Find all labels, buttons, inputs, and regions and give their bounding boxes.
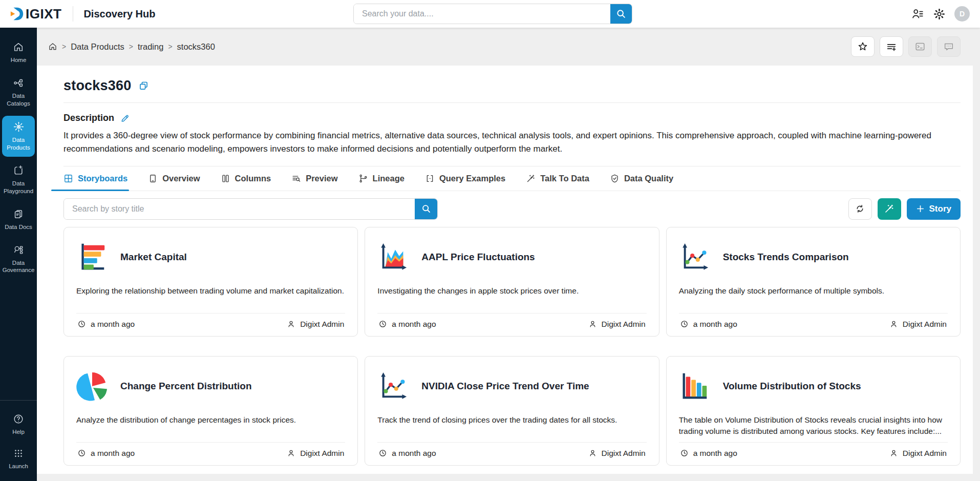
sidebar: Home Data Catalogs Data Products bbox=[0, 28, 37, 481]
story-title: Change Percent Distribution bbox=[120, 381, 252, 392]
data-quality-shield-icon bbox=[610, 174, 620, 183]
bar-chart-horizontal-icon bbox=[76, 241, 108, 273]
person-icon bbox=[889, 449, 898, 457]
tab-preview[interactable]: Preview bbox=[291, 174, 337, 191]
tab-columns[interactable]: Columns bbox=[221, 174, 271, 191]
storyboard-card[interactable]: Market Capital Exploring the relationshi… bbox=[63, 227, 358, 337]
data-governance-icon bbox=[13, 244, 24, 256]
story-search-button[interactable] bbox=[415, 199, 437, 219]
divider bbox=[63, 102, 961, 103]
sidebar-item-label: Data Governance bbox=[3, 259, 35, 275]
tab-query-examples[interactable]: Query Examples bbox=[425, 174, 505, 191]
person-icon bbox=[889, 320, 898, 328]
add-story-button[interactable]: Story bbox=[907, 198, 961, 220]
storyboard-grid: Market Capital Exploring the relationshi… bbox=[63, 227, 961, 466]
avatar-letter: D bbox=[960, 10, 965, 18]
story-description: Exploring the relationship between tradi… bbox=[76, 285, 345, 297]
tab-talk-to-data[interactable]: Talk To Data bbox=[526, 174, 589, 191]
clock-icon bbox=[77, 449, 86, 457]
breadcrumb-separator: > bbox=[62, 43, 66, 51]
tab-overview[interactable]: Overview bbox=[148, 174, 200, 191]
tab-label: Talk To Data bbox=[540, 174, 589, 183]
star-icon bbox=[857, 41, 868, 52]
divider bbox=[73, 6, 73, 22]
copy-icon[interactable] bbox=[138, 80, 149, 91]
ai-generate-button[interactable] bbox=[878, 198, 901, 220]
tab-label: Data Quality bbox=[624, 174, 673, 183]
line-chart-icon bbox=[377, 370, 409, 402]
refresh-icon bbox=[855, 203, 865, 214]
topbar-actions: D bbox=[911, 6, 980, 22]
storyboard-card[interactable]: AAPL Price Fluctuations Investigating th… bbox=[365, 227, 659, 337]
favorite-button[interactable] bbox=[851, 36, 875, 57]
storyboard-card[interactable]: Volume Distribution of Stocks The table … bbox=[666, 356, 961, 466]
story-description: Analyze the distribution of change perce… bbox=[76, 414, 345, 426]
breadcrumb-home-icon[interactable] bbox=[48, 42, 57, 51]
global-search bbox=[353, 4, 632, 24]
area-chart-icon bbox=[377, 241, 409, 273]
tab-label: Query Examples bbox=[439, 174, 505, 183]
story-author: Digixt Admin bbox=[287, 449, 344, 458]
story-updated: a month ago bbox=[680, 449, 737, 458]
page-title: stocks360 bbox=[63, 78, 131, 94]
refresh-button[interactable] bbox=[848, 198, 872, 220]
description-label: Description bbox=[63, 113, 114, 123]
terminal-icon bbox=[914, 41, 926, 52]
clock-icon bbox=[378, 449, 387, 457]
breadcrumb-data-products[interactable]: Data Products bbox=[71, 42, 124, 52]
storyboard-card[interactable]: NVIDIA Close Price Trend Over Time Track… bbox=[365, 356, 659, 466]
tab-label: Preview bbox=[306, 174, 337, 183]
bar-chart-vertical-icon bbox=[679, 370, 711, 402]
help-icon bbox=[13, 413, 24, 425]
edit-pencil-icon[interactable] bbox=[120, 113, 130, 123]
chat-icon bbox=[943, 41, 954, 52]
tab-storyboards[interactable]: Storyboards bbox=[63, 174, 127, 191]
global-search-input[interactable] bbox=[354, 4, 610, 24]
sidebar-item-launch[interactable]: Launch bbox=[2, 443, 35, 475]
settings-gear-icon[interactable] bbox=[933, 8, 946, 20]
sidebar-item-label: Data Docs bbox=[5, 223, 32, 231]
person-icon bbox=[287, 449, 295, 457]
list-plus-icon bbox=[886, 41, 897, 52]
data-playground-icon bbox=[13, 165, 24, 176]
sidebar-item-data-products[interactable]: Data Products bbox=[2, 116, 35, 157]
user-management-icon[interactable] bbox=[911, 7, 924, 20]
story-updated: a month ago bbox=[378, 449, 436, 458]
user-avatar[interactable]: D bbox=[954, 6, 970, 22]
story-title: Stocks Trends Comparison bbox=[723, 252, 849, 263]
search-icon bbox=[615, 8, 627, 19]
sidebar-item-data-docs[interactable]: Data Docs bbox=[2, 203, 35, 236]
pie-chart-icon bbox=[76, 370, 108, 402]
story-search bbox=[63, 198, 438, 220]
talk-to-data-wand-icon bbox=[526, 174, 536, 183]
query-examples-icon bbox=[425, 174, 435, 183]
person-icon bbox=[287, 320, 295, 328]
story-author: Digixt Admin bbox=[588, 320, 646, 329]
clock-icon bbox=[680, 449, 689, 457]
add-to-list-button[interactable] bbox=[880, 36, 903, 57]
tab-lineage[interactable]: Lineage bbox=[358, 174, 404, 191]
sidebar-item-help[interactable]: Help bbox=[2, 408, 35, 441]
sidebar-item-data-catalogs[interactable]: Data Catalogs bbox=[2, 72, 35, 113]
clock-icon bbox=[77, 320, 86, 328]
digixt-logo[interactable]: IGIXT bbox=[0, 6, 61, 22]
sidebar-item-label: Help bbox=[12, 428, 25, 436]
sidebar-item-home[interactable]: Home bbox=[2, 36, 35, 69]
story-title: Market Capital bbox=[120, 252, 187, 263]
top-bar: IGIXT Discovery Hub D bbox=[0, 0, 980, 28]
storyboard-card[interactable]: Stocks Trends Comparison Analyzing the d… bbox=[666, 227, 961, 337]
tab-data-quality[interactable]: Data Quality bbox=[610, 174, 673, 191]
clock-icon bbox=[680, 320, 689, 328]
global-search-button[interactable] bbox=[610, 4, 632, 24]
story-search-input[interactable] bbox=[64, 199, 415, 219]
story-description: Investigating the changes in apple stock… bbox=[377, 285, 646, 297]
storyboard-card[interactable]: Change Percent Distribution Analyze the … bbox=[63, 356, 358, 466]
data-docs-icon bbox=[13, 208, 24, 220]
description-text: It provides a 360-degree view of stock p… bbox=[63, 129, 961, 156]
sidebar-item-data-governance[interactable]: Data Governance bbox=[2, 239, 35, 280]
sidebar-item-data-playground[interactable]: Data Playground bbox=[2, 160, 35, 200]
breadcrumb-trading[interactable]: trading bbox=[138, 42, 163, 52]
story-title: NVIDIA Close Price Trend Over Time bbox=[421, 381, 589, 392]
sidebar-item-label: Data Playground bbox=[3, 180, 34, 195]
story-updated: a month ago bbox=[77, 320, 135, 329]
